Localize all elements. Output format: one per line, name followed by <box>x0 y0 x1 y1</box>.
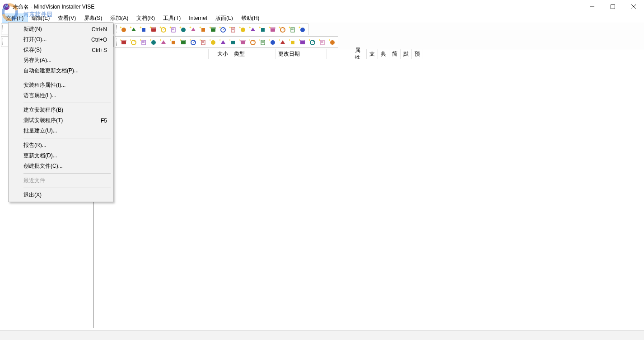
menu-separator <box>23 173 111 174</box>
tb2-letter[interactable] <box>278 38 287 47</box>
menu-file[interactable]: 文件(F) <box>2 14 28 23</box>
col-spacer[interactable] <box>327 49 352 59</box>
menu-internet[interactable]: Internet <box>185 14 211 22</box>
tb2-doc[interactable] <box>159 38 168 47</box>
tb2-gear2[interactable] <box>308 38 317 47</box>
maximize-button[interactable] <box>602 0 623 14</box>
close-button[interactable] <box>623 0 644 14</box>
tb-sun[interactable] <box>178 25 187 34</box>
mi-exit[interactable]: 退出(X) <box>10 190 112 200</box>
mi-new[interactable]: 新建(N)Ctrl+N <box>10 24 112 34</box>
tb2-square[interactable] <box>268 38 277 47</box>
tb-arrow[interactable] <box>129 25 138 34</box>
menu-item-label: 另存为(A)... <box>23 57 51 64</box>
tb-form[interactable] <box>208 25 217 34</box>
mi-lang-props[interactable]: 语言属性(L)... <box>10 90 112 101</box>
menu-separator <box>23 188 111 188</box>
mi-open[interactable]: 打开(O)...Ctrl+O <box>10 34 112 45</box>
menu-view[interactable]: 查看(V) <box>54 14 80 23</box>
tb2-box[interactable] <box>288 38 297 47</box>
tb-page[interactable] <box>298 25 307 34</box>
tb-world[interactable] <box>168 25 177 34</box>
tb-globe-spark[interactable] <box>119 25 128 34</box>
svg-point-5 <box>121 28 126 32</box>
tb2-stop[interactable] <box>298 38 307 47</box>
mi-update-doc[interactable]: 更新文档(D)... <box>10 151 112 161</box>
tb2-last[interactable] <box>327 38 336 47</box>
mi-install-props[interactable]: 安装程序属性(I)... <box>10 80 112 90</box>
menu-bar: 文件(F)编辑(E)查看(V)屏幕(S)添加(A)文档(R)工具(T)Inter… <box>0 14 644 23</box>
tb2-paint[interactable] <box>218 38 227 47</box>
mi-report[interactable]: 报告(R)... <box>10 140 112 151</box>
tb2-pict[interactable] <box>198 38 207 47</box>
tb2-form[interactable] <box>168 38 177 47</box>
tb-panel[interactable] <box>218 25 227 34</box>
svg-line-63 <box>313 41 314 42</box>
mi-autoupdate[interactable]: 自动创建更新文档(P)... <box>10 66 112 76</box>
menu-add[interactable]: 添加(A) <box>106 14 132 23</box>
tb-run[interactable] <box>278 25 287 34</box>
svg-rect-33 <box>121 41 126 44</box>
tb-folder[interactable] <box>268 25 277 34</box>
menu-tools[interactable]: 工具(T) <box>159 14 185 23</box>
col-type[interactable]: 类型 <box>231 49 275 59</box>
menu-layout[interactable]: 版面(L) <box>211 14 237 23</box>
menu-item-shortcut: Ctrl+O <box>91 37 107 43</box>
tb-compass[interactable] <box>159 25 168 34</box>
svg-rect-17 <box>211 28 215 28</box>
mi-save[interactable]: 保存(S)Ctrl+S <box>10 45 112 55</box>
menu-item-shortcut: Ctrl+N <box>92 26 107 33</box>
menu-item-label: 自动创建更新文档(P)... <box>23 67 79 75</box>
menu-edit[interactable]: 编辑(E) <box>28 14 54 23</box>
tb-note[interactable] <box>238 25 247 34</box>
tb2-page[interactable] <box>129 38 138 47</box>
col-attr[interactable]: 属性 <box>352 49 367 59</box>
menu-screen[interactable]: 屏幕(S) <box>80 14 106 23</box>
col-rest[interactable] <box>423 49 644 59</box>
tb2-clock[interactable] <box>178 38 187 47</box>
tb2-lines[interactable] <box>149 38 158 47</box>
col-c3[interactable]: 简 <box>389 49 401 59</box>
svg-point-32 <box>300 28 305 32</box>
tb2-note[interactable] <box>139 38 148 47</box>
svg-line-45 <box>193 41 195 42</box>
mi-build[interactable]: 建立安装程序(B) <box>10 105 112 115</box>
tb-window[interactable] <box>188 25 197 34</box>
svg-point-23 <box>241 28 245 32</box>
tb-sheet[interactable] <box>228 25 237 34</box>
tb2-star2[interactable] <box>317 38 327 47</box>
menu-archive[interactable]: 文档(R) <box>132 14 159 23</box>
tb-lines[interactable] <box>139 25 148 34</box>
toolbar-row-2 <box>115 36 338 48</box>
mi-create-batch[interactable]: 创建批文件(C)... <box>10 161 112 171</box>
tb2-brush[interactable] <box>208 38 217 47</box>
tb-find[interactable] <box>258 25 267 34</box>
mi-test[interactable]: 测试安装程序(T)F5 <box>10 115 112 126</box>
mi-batch[interactable]: 批量建立(U)... <box>10 126 112 136</box>
tb2-panel[interactable] <box>248 38 257 47</box>
tb-doc[interactable] <box>198 25 207 34</box>
col-c1[interactable]: 支 <box>367 49 378 59</box>
list-body[interactable] <box>94 59 644 328</box>
tb2-sheet[interactable] <box>258 38 267 47</box>
col-size[interactable]: 大小 <box>209 49 231 59</box>
list-pane: 大小 类型 更改日期 属性 支 典 简 默 预 <box>94 49 644 328</box>
tb2-qmark[interactable] <box>119 38 128 47</box>
menu-help[interactable]: 帮助(H) <box>237 14 264 23</box>
tb-file-spark[interactable] <box>248 25 257 34</box>
tb-gear[interactable] <box>288 25 297 34</box>
col-c5[interactable]: 预 <box>412 49 423 59</box>
svg-rect-15 <box>201 28 205 32</box>
menu-item-label: 语言属性(L)... <box>23 92 56 99</box>
tb2-disk[interactable] <box>188 38 197 47</box>
col-date[interactable]: 更改日期 <box>275 49 327 59</box>
tb2-puzzle[interactable] <box>228 38 237 47</box>
tb-copy[interactable] <box>149 25 158 34</box>
minimize-button[interactable] <box>582 0 602 14</box>
mi-saveas[interactable]: 另存为(A)... <box>10 55 112 66</box>
tb2-star[interactable] <box>238 38 247 47</box>
svg-rect-51 <box>241 41 245 44</box>
svg-line-54 <box>253 41 254 42</box>
col-c4[interactable]: 默 <box>401 49 412 59</box>
col-c2[interactable]: 典 <box>378 49 389 59</box>
